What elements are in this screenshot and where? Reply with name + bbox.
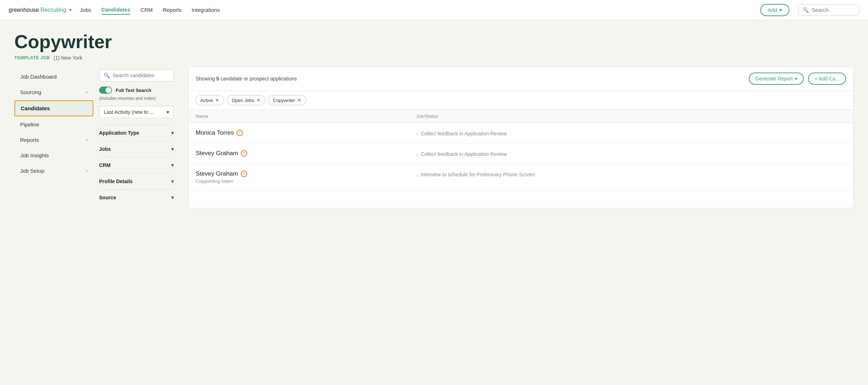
nav-integrations[interactable]: Integrations [192,5,220,14]
filter-tags: Active ✕ Open Jobs ✕ Copywriter ✕ [188,91,853,110]
search-candidates-input[interactable] [113,73,176,78]
sort-dropdown[interactable]: Last Activity (new to ... ▾ [99,106,174,118]
sidebar-item-reports[interactable]: Reports › [14,133,93,147]
global-search-input[interactable] [812,7,855,13]
logo[interactable]: greenhouse Recruiting ▾ [9,7,71,13]
main-content: Job Dashboard Sourcing › Candidates Pipe… [0,66,868,223]
logo-dropdown-chevron[interactable]: ▾ [69,8,71,13]
filter-section-crm-header[interactable]: CRM ▾ [99,162,174,168]
application-type-chevron: ▾ [171,130,174,136]
header-actions: Generate Report ▾ + Add Ca... [749,73,846,85]
table-row[interactable]: Stevey Graham ! ↓ Collect feedback in Ap… [188,143,853,164]
nav-jobs[interactable]: Jobs [80,5,92,14]
arrow-down-icon: ↓ [416,172,419,177]
full-text-desc: (Includes resumes and notes) [99,96,174,101]
add-button[interactable]: Add ▾ [760,4,789,16]
arrow-down-icon: ↓ [416,131,419,136]
table-row[interactable]: Monica Torres ! ↓ Collect feedback in Ap… [188,123,853,143]
filter-section-crm: CRM ▾ [99,157,174,173]
job-setup-chevron: › [86,168,88,173]
filter-section-jobs: Jobs ▾ [99,141,174,157]
search-candidates-icon: 🔍 [104,73,110,78]
full-text-label: Full Text Search [116,88,151,93]
search-candidates-box[interactable]: 🔍 [99,69,174,82]
warning-icon: ! [241,171,247,177]
left-sidebar: Job Dashboard Sourcing › Candidates Pipe… [14,66,93,208]
logo-text-2: Recruiting [41,7,66,13]
table-row[interactable]: Stevey Graham ! Copywriting Intern ↓ Int… [188,164,853,191]
page-location: (1) New York [53,55,82,61]
filter-tag-active[interactable]: Active ✕ [196,95,224,105]
filter-panel: 🔍 Full Text Search (Includes resumes and… [93,66,179,208]
filter-section-jobs-header[interactable]: Jobs ▾ [99,146,174,152]
full-text-toggle[interactable] [99,87,112,94]
full-text-toggle-row: Full Text Search [99,87,174,94]
sidebar-item-job-dashboard[interactable]: Job Dashboard [14,69,93,84]
add-candidate-button[interactable]: + Add Ca... [808,73,846,85]
filter-tag-open-jobs-close[interactable]: ✕ [256,97,261,103]
filter-section-application-type: Application Type ▾ [99,125,174,141]
nav-crm[interactable]: CRM [140,5,153,14]
candidate-subtitle: Copywriting Intern [196,178,402,184]
global-search-box[interactable]: 🔍 [798,4,859,15]
filter-tag-active-close[interactable]: ✕ [215,97,219,103]
job-status-cell: ↓ Collect feedback in Application Review [409,143,853,164]
nav-reports[interactable]: Reports [163,5,182,14]
page-title: Copywriter [14,32,854,52]
nav-links: Jobs Candidates CRM Reports Integrations [80,5,752,15]
job-status-cell: ↓ Collect feedback in Application Review [409,123,853,143]
candidate-name: Stevey Graham ! [196,150,402,157]
filter-tag-copywriter-close[interactable]: ✕ [297,97,302,103]
col-name: Name [188,110,409,123]
crm-chevron: ▾ [171,162,174,168]
warning-icon: ! [237,130,243,136]
candidate-name-cell: Stevey Graham ! [188,143,409,164]
sidebar-item-job-insights[interactable]: Job Insights [14,148,93,163]
page-header: Copywriter TEMPLATE JOB (1) New York [0,20,868,66]
sort-label: Last Activity (new to ... [104,109,154,115]
top-navigation: greenhouse Recruiting ▾ Jobs Candidates … [0,0,868,20]
sourcing-chevron: › [86,90,88,95]
arrow-down-icon: ↓ [416,152,419,157]
filter-tag-copywriter[interactable]: Copywriter ✕ [268,95,306,105]
page-body: Copywriter TEMPLATE JOB (1) New York Job… [0,20,868,223]
logo-text-1: greenhouse [9,7,39,13]
page-subtitle: TEMPLATE JOB (1) New York [14,55,854,61]
candidates-panel: Showing 5 candidate or prospect applicat… [188,66,854,208]
warning-icon: ! [241,150,247,157]
job-status-cell: ↓ Interview to schedule for Preliminary … [409,164,853,191]
filter-section-source-header[interactable]: Source ▾ [99,195,174,200]
candidates-header: Showing 5 candidate or prospect applicat… [188,67,853,91]
sidebar-item-candidates[interactable]: Candidates [14,100,93,116]
col-job-status: Job/Status [409,110,853,123]
sidebar-item-pipeline[interactable]: Pipeline [14,117,93,132]
filter-section-profile-details: Profile Details ▾ [99,173,174,189]
candidate-name-cell: Stevey Graham ! Copywriting Intern [188,164,409,191]
sidebar-item-sourcing[interactable]: Sourcing › [14,85,93,99]
filter-section-profile-details-header[interactable]: Profile Details ▾ [99,178,174,184]
search-icon: 🔍 [803,7,809,13]
sort-chevron: ▾ [167,109,169,115]
generate-report-button[interactable]: Generate Report ▾ [749,73,804,85]
table-header-row: Name Job/Status [188,110,853,123]
job-status: ↓ Collect feedback in Application Review [416,129,846,136]
candidate-name: Stevey Graham ! [196,170,402,177]
filter-section-source: Source ▾ [99,189,174,205]
job-status: ↓ Collect feedback in Application Review [416,150,846,157]
candidate-name-cell: Monica Torres ! [188,123,409,143]
filter-tag-open-jobs[interactable]: Open Jobs ✕ [227,95,265,105]
reports-chevron: › [86,138,88,143]
job-status: ↓ Interview to schedule for Preliminary … [416,170,846,177]
showing-text: Showing 5 candidate or prospect applicat… [196,76,297,82]
filter-section-application-type-header[interactable]: Application Type ▾ [99,130,174,136]
sidebar-item-job-setup[interactable]: Job Setup › [14,163,93,178]
nav-candidates[interactable]: Candidates [101,5,130,15]
jobs-chevron: ▾ [171,146,174,152]
template-badge: TEMPLATE JOB [14,55,50,60]
candidates-table: Name Job/Status Monica Torres ! [188,110,853,191]
source-chevron: ▾ [171,195,174,200]
candidate-name: Monica Torres ! [196,129,402,136]
profile-details-chevron: ▾ [171,178,174,184]
